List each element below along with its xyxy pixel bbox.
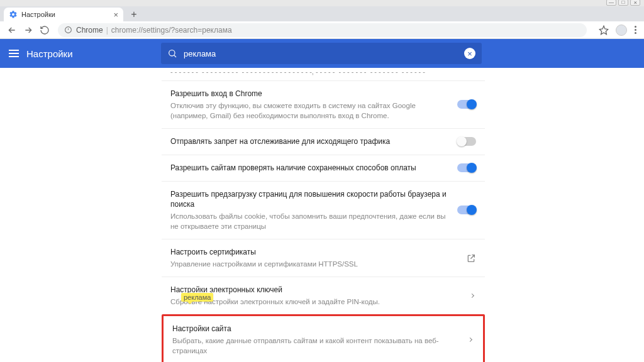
row-certificates[interactable]: Настроить сертификаты Управление настрой… <box>162 239 485 277</box>
row-subtitle: Выбрать, какие данные отправлять сайтам … <box>172 336 461 356</box>
row-subtitle: Отключив эту функцию, вы сможете входить… <box>170 101 450 121</box>
row-do-not-track[interactable]: Отправлять запрет на отслеживание для ис… <box>162 128 485 155</box>
settings-search-box[interactable]: × <box>161 43 482 64</box>
chevron-right-icon <box>468 337 472 342</box>
search-highlight-chip: реклама <box>181 293 213 302</box>
row-subtitle: Использовать файлы cookie, чтобы запомни… <box>170 211 450 231</box>
row-subtitle: Управление настройками и сертификатами H… <box>170 259 458 269</box>
clear-search-button[interactable]: × <box>464 48 475 59</box>
chevron-right-icon <box>470 293 474 298</box>
new-tab-button[interactable]: + <box>127 8 141 21</box>
external-link-icon <box>466 253 476 263</box>
settings-header: Настройки × <box>0 39 644 68</box>
settings-card: - - - - - - - - - - - - - - - - - - - - … <box>162 68 485 362</box>
row-title: Разрешить вход в Chrome <box>170 89 450 99</box>
row-title: Разрешить сайтам проверять наличие сохра… <box>170 163 450 173</box>
svg-point-1 <box>169 50 175 56</box>
page-title: Настройки <box>26 48 73 59</box>
tab-title: Настройки <box>21 11 55 18</box>
row-preload[interactable]: Разрешить предзагрузку страниц для повыш… <box>162 181 485 239</box>
back-button[interactable] <box>4 22 20 38</box>
address-bar[interactable]: Chrome | chrome://settings/?search=рекла… <box>58 23 587 37</box>
row-payment-methods[interactable]: Разрешить сайтам проверять наличие сохра… <box>162 155 485 181</box>
toggle-chrome-login[interactable] <box>457 100 476 109</box>
row-subtitle: Сбросьте настройки электронных ключей и … <box>170 297 463 307</box>
settings-gear-icon <box>9 10 18 19</box>
profile-avatar[interactable] <box>616 25 627 36</box>
toggle-payment-methods[interactable] <box>457 163 476 172</box>
browser-tab[interactable]: Настройки × <box>4 8 123 21</box>
browser-tab-strip: Настройки × + <box>0 6 644 21</box>
settings-body: - - - - - - - - - - - - - - - - - - - - … <box>0 68 644 362</box>
cutoff-row: - - - - - - - - - - - - - - - - - - - - … <box>162 68 485 80</box>
url-text: chrome://settings/?search=реклама <box>111 26 232 35</box>
toggle-preload[interactable] <box>457 206 476 214</box>
menu-hamburger-icon[interactable] <box>9 50 19 57</box>
os-minimize-button[interactable]: — <box>606 0 616 6</box>
url-divider: | <box>106 26 108 35</box>
forward-button[interactable] <box>20 22 36 38</box>
row-title: Отправлять запрет на отслеживание для ис… <box>170 136 450 147</box>
search-icon <box>167 48 177 58</box>
browser-toolbar: Chrome | chrome://settings/?search=рекла… <box>0 21 644 39</box>
row-title: Настроить сертификаты <box>170 247 458 258</box>
browser-menu-button[interactable] <box>631 26 640 34</box>
os-titlebar: — □ ⨉ <box>0 0 644 6</box>
row-site-settings[interactable]: Настройки сайта Выбрать, какие данные от… <box>162 314 485 362</box>
url-scheme: Chrome <box>76 26 103 35</box>
row-chrome-login[interactable]: Разрешить вход в Chrome Отключив эту фун… <box>162 80 485 128</box>
tab-close-icon[interactable]: × <box>113 10 118 19</box>
reload-button[interactable] <box>36 22 53 38</box>
os-close-button[interactable]: ⨉ <box>630 0 640 6</box>
site-info-icon <box>64 26 72 34</box>
os-maximize-button[interactable]: □ <box>618 0 628 6</box>
row-title: Настройки электронных ключей <box>170 285 463 295</box>
toggle-do-not-track[interactable] <box>457 137 476 146</box>
bookmark-star-icon[interactable] <box>596 22 612 38</box>
row-title: Разрешить предзагрузку страниц для повыш… <box>170 189 450 211</box>
row-title: Настройки сайта <box>172 324 461 334</box>
settings-search-input[interactable] <box>184 49 464 58</box>
